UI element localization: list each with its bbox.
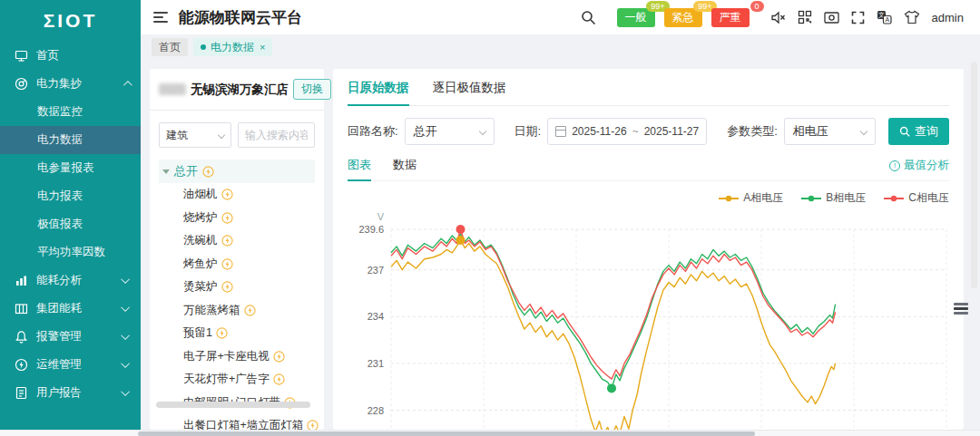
sidebar-item-电力集抄[interactable]: 电力集抄 — [0, 70, 141, 98]
alarm-badge-一般[interactable]: 一般99+ — [617, 8, 655, 27]
voltage-line-chart: V239.6237234231228226.5 — [348, 206, 949, 436]
redacted-text — [159, 83, 186, 95]
extreme-analysis-link[interactable]: ! 最值分析 — [889, 158, 949, 180]
legend-item-B相电压[interactable]: B相电压 — [801, 190, 866, 206]
sidebar-item-报警管理[interactable]: 报警管理 — [0, 323, 141, 351]
chevron-icon — [121, 387, 130, 396]
app-logo: ΣIOT — [0, 0, 141, 42]
tree-node-烫菜炉[interactable]: 烫菜炉 — [159, 276, 315, 299]
tree-node-烤鱼炉[interactable]: 烤鱼炉 — [159, 253, 315, 276]
query-button-label: 查询 — [915, 123, 938, 140]
alarm-count: 0 — [750, 1, 764, 12]
sidebar-item-label: 集团能耗 — [36, 301, 82, 316]
tree-type-value: 建筑 — [166, 128, 188, 143]
circuit-value: 总开 — [414, 123, 437, 140]
power-bolt-icon — [273, 351, 285, 363]
sidebar-subitem-电参量报表[interactable]: 电参量报表 — [0, 154, 141, 182]
chevron-icon — [121, 359, 130, 368]
tree-node-label: 总开 — [174, 163, 198, 179]
chart-legend: A相电压B相电压C相电压 — [348, 190, 949, 206]
date-end[interactable]: 2025-11-27 — [644, 125, 700, 138]
sidebar-item-首页[interactable]: 首页 — [0, 42, 141, 70]
tree-node-洗碗机[interactable]: 洗碗机 — [159, 229, 315, 253]
breadcrumb-tab-首页[interactable]: 首页 — [152, 38, 188, 56]
tree-node-预留1[interactable]: 预留1 — [159, 322, 315, 345]
vertical-scrollbar[interactable] — [971, 62, 977, 288]
sidebar-item-label: 首页 — [36, 48, 59, 63]
tree-node-label: 天花灯带+广告字 — [183, 372, 270, 387]
sidebar-subitem-电力数据[interactable]: 电力数据 — [0, 126, 141, 154]
switch-station-button[interactable]: 切换 — [293, 79, 331, 100]
tree-hscrollbar[interactable] — [156, 402, 310, 408]
tree-node-万能蒸烤箱[interactable]: 万能蒸烤箱 — [159, 299, 315, 323]
sidebar-subitem-平均功率因数[interactable]: 平均功率因数 — [0, 238, 141, 266]
collapse-sidebar-icon[interactable] — [153, 12, 168, 23]
tree-node-天花灯带+广告字[interactable]: 天花灯带+广告字 — [159, 368, 315, 392]
horizontal-scrollbar[interactable] — [0, 430, 980, 436]
legend-item-C相电压[interactable]: C相电压 — [884, 190, 949, 206]
bell-icon — [15, 330, 28, 344]
date-separator: ~ — [632, 125, 639, 138]
qr-grid-icon[interactable] — [798, 10, 812, 24]
sidebar-item-集团能耗[interactable]: 集团能耗 — [0, 295, 141, 323]
sidebar-item-用户报告[interactable]: 用户报告 — [0, 379, 141, 407]
tree-search-input[interactable] — [238, 122, 315, 148]
svg-text:A: A — [885, 16, 889, 23]
sidebar-item-运维管理[interactable]: 运维管理 — [0, 351, 141, 379]
extreme-analysis-label: 最值分析 — [904, 158, 949, 173]
tree-node-label: 烤鱼炉 — [183, 257, 218, 272]
station-name: 无锡滨湖万象汇店 — [191, 82, 289, 98]
screenshot-icon[interactable] — [824, 11, 839, 24]
query-button[interactable]: 查询 — [888, 118, 949, 145]
legend-label: B相电压 — [826, 190, 866, 206]
legend-marker — [884, 195, 904, 202]
alarm-badge-严重[interactable]: 严重0 — [711, 8, 750, 27]
svg-text:228: 228 — [368, 405, 384, 416]
active-dot — [201, 44, 206, 50]
search-icon[interactable] — [581, 10, 596, 25]
legend-item-A相电压[interactable]: A相电压 — [719, 190, 783, 206]
horizontal-scrollbar-thumb[interactable] — [138, 431, 755, 436]
legend-marker — [719, 195, 739, 202]
translate-icon[interactable]: 文A — [877, 10, 892, 24]
date-start[interactable]: 2025-11-26 — [572, 125, 627, 138]
anchor-toc-icon[interactable] — [954, 303, 968, 315]
date-range-picker[interactable]: 2025-11-26 ~ 2025-11-27 — [547, 118, 707, 145]
power-bolt-icon — [221, 189, 233, 200]
home-icon — [15, 49, 28, 63]
ops-icon — [15, 358, 28, 372]
app-window: ΣIOT 首页电力集抄数据监控电力数据电参量报表电力报表极值报表平均功率因数能耗… — [0, 0, 980, 430]
tree-node-油烟机[interactable]: 油烟机 — [159, 183, 315, 207]
tree-node-烧烤炉[interactable]: 烧烤炉 — [159, 207, 315, 230]
username[interactable]: admin — [932, 11, 964, 24]
sidebar-subitem-极值报表[interactable]: 极值报表 — [0, 210, 141, 238]
circuit-select[interactable]: 总开 — [405, 118, 495, 145]
tree-type-select[interactable]: 建筑 — [159, 122, 231, 148]
tab-data[interactable]: 数据 — [393, 157, 416, 180]
tab-daily-extreme-data[interactable]: 逐日极值数据 — [433, 80, 506, 105]
sidebar-subitem-电力报表[interactable]: 电力报表 — [0, 182, 141, 210]
alarm-badge-紧急[interactable]: 紧急99+ — [664, 8, 702, 27]
breadcrumb-tab-电力数据[interactable]: 电力数据× — [193, 38, 272, 56]
data-panel: 日原始数据 逐日极值数据 回路名称: 总开 日期: 2025-11-26 ~ 2… — [333, 69, 964, 430]
sidebar-item-label: 能耗分析 — [36, 273, 82, 288]
tab-daily-raw-data[interactable]: 日原始数据 — [348, 80, 409, 105]
tree-node-label: 电子屏+卡座电视 — [183, 349, 270, 364]
param-type-value: 相电压 — [793, 123, 828, 140]
chevron-down-icon — [860, 128, 867, 135]
param-type-select[interactable]: 相电压 — [784, 118, 876, 145]
caret-down-icon[interactable] — [162, 170, 170, 174]
sidebar-menu: 首页电力集抄数据监控电力数据电参量报表电力报表极值报表平均功率因数能耗分析集团能… — [0, 42, 141, 407]
fullscreen-icon[interactable] — [851, 11, 865, 24]
close-icon[interactable]: × — [260, 42, 265, 53]
tree-node-电子屏+卡座电视[interactable]: 电子屏+卡座电视 — [159, 345, 315, 369]
tree-node-总开[interactable]: 总开 — [159, 160, 315, 183]
legend-marker — [801, 195, 821, 202]
sidebar-subitem-数据监控[interactable]: 数据监控 — [0, 98, 141, 126]
sidebar-item-能耗分析[interactable]: 能耗分析 — [0, 266, 141, 295]
theme-shirt-icon[interactable] — [904, 10, 920, 24]
tab-chart[interactable]: 图表 — [348, 157, 371, 180]
power-bolt-icon — [273, 373, 285, 385]
mute-icon[interactable] — [770, 10, 786, 25]
breadcrumb-tab-label: 首页 — [159, 40, 181, 55]
